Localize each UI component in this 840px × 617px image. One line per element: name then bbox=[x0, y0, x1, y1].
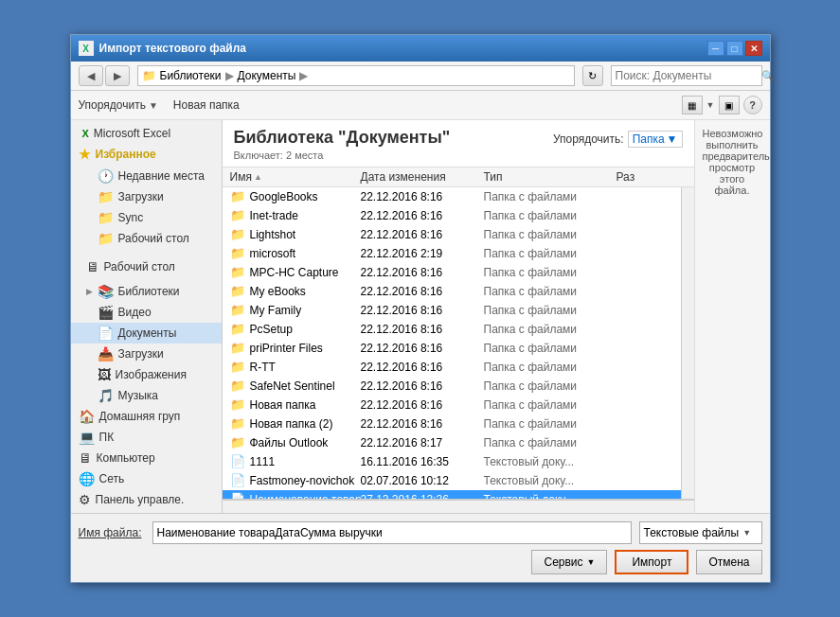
sidebar-item-pc[interactable]: 💻 ПК bbox=[71, 427, 222, 448]
sidebar-favorites-items: 🕐 Недавние места 📁 Загрузки 📁 Sync 📁 Раб… bbox=[71, 166, 222, 249]
sidebar-item-recent[interactable]: 🕐 Недавние места bbox=[79, 166, 222, 186]
folder-icon: 📁 bbox=[230, 246, 245, 260]
sidebar-downloads2-label: Загрузки bbox=[118, 347, 164, 361]
col-type-label: Тип bbox=[484, 170, 503, 184]
sidebar-item-controlpanel[interactable]: ⚙ Панель управле. bbox=[71, 489, 222, 510]
file-name: 📁 Новая папка bbox=[230, 397, 361, 412]
sidebar-item-excel[interactable]: X Microsoft Excel bbox=[71, 124, 222, 143]
filetype-dropdown[interactable]: Текстовые файлы ▼ bbox=[639, 521, 762, 544]
folder-icon: 📁 bbox=[230, 208, 245, 222]
table-row[interactable]: 📄 Fastmoney-novichok 02.07.2016 10:12 Те… bbox=[223, 471, 681, 490]
sidebar-documents-label: Документы bbox=[118, 326, 177, 340]
table-row[interactable]: 📁 Inet-trade 22.12.2016 8:16 Папка с фай… bbox=[223, 206, 681, 225]
sidebar-item-documents[interactable]: 📄 Документы bbox=[71, 323, 222, 344]
sidebar-item-sync[interactable]: 📁 Sync bbox=[79, 207, 222, 228]
sidebar-item-music[interactable]: 🎵 Музыка bbox=[71, 385, 222, 406]
sidebar-item-libraries[interactable]: ▶ 📚 Библиотеки bbox=[71, 281, 222, 302]
import-button[interactable]: Импорт bbox=[615, 550, 688, 574]
close-button[interactable]: ✕ bbox=[745, 41, 762, 56]
vertical-scrollbar[interactable] bbox=[681, 187, 694, 499]
table-row[interactable]: 📁 R-TT 22.12.2016 8:16 Папка с файлами bbox=[223, 358, 681, 377]
sidebar-item-downloads2[interactable]: 📥 Загрузки bbox=[71, 344, 222, 364]
table-row[interactable]: 📁 My eBooks 22.12.2016 8:16 Папка с файл… bbox=[223, 282, 681, 301]
file-name: 📁 R-TT bbox=[230, 360, 361, 374]
help-button[interactable]: ? bbox=[743, 96, 762, 115]
horizontal-scrollbar[interactable] bbox=[223, 500, 694, 513]
search-input[interactable] bbox=[616, 69, 758, 82]
col-size[interactable]: Раз bbox=[617, 170, 673, 184]
col-name[interactable]: Имя ▲ bbox=[230, 170, 361, 184]
file-date: 22.12.2016 8:17 bbox=[361, 436, 484, 450]
excel-icon: X bbox=[82, 128, 89, 139]
view-arrow-icon: ▼ bbox=[706, 100, 715, 110]
table-row[interactable]: 📄 1111 16.11.2016 16:35 Текстовый доку..… bbox=[223, 452, 681, 471]
file-list-container: 📁 GoogleBooks 22.12.2016 8:16 Папка с фа… bbox=[223, 187, 694, 499]
sidebar-item-images[interactable]: 🖼 Изображения bbox=[71, 364, 222, 385]
library-subtitle-text: Включает: 2 места bbox=[234, 150, 324, 161]
col-name-label: Имя bbox=[230, 170, 252, 184]
refresh-button[interactable]: ↻ bbox=[582, 65, 603, 86]
sidebar-item-homegroup[interactable]: 🏠 Домашняя груп bbox=[71, 406, 222, 427]
file-name: 📄 Fastmoney-novichok bbox=[230, 473, 361, 487]
sidebar-desktop-label: Рабочий стол bbox=[118, 232, 189, 245]
table-row[interactable]: 📁 MPC-HC Capture 22.12.2016 8:16 Папка с… bbox=[223, 263, 681, 282]
view-list-button[interactable]: ▦ bbox=[682, 96, 703, 115]
folder-icon: 📁 bbox=[230, 379, 245, 393]
sidebar-favorites-header[interactable]: ★ Избранное bbox=[71, 143, 222, 166]
sidebar-excel-label: Microsoft Excel bbox=[94, 127, 170, 140]
file-date: 22.12.2016 8:16 bbox=[361, 190, 484, 203]
file-type: Текстовый доку... bbox=[484, 474, 617, 487]
table-row[interactable]: 📁 Новая папка (2) 22.12.2016 8:16 Папка … bbox=[223, 414, 681, 433]
file-name: 📁 microsoft bbox=[230, 246, 361, 260]
table-row[interactable]: 📁 Новая папка 22.12.2016 8:16 Папка с фа… bbox=[223, 396, 681, 414]
maximize-button[interactable]: □ bbox=[726, 41, 743, 56]
toolbar: ◀ ▶ 📁 Библиотеки ▶ Документы ▶ ↻ 🔍 bbox=[71, 62, 770, 91]
file-date: 22.12.2016 8:16 bbox=[361, 228, 484, 241]
organize-arrow-icon: ▼ bbox=[149, 100, 158, 111]
col-type[interactable]: Тип bbox=[484, 170, 617, 184]
workdesk-icon: 🖥 bbox=[86, 259, 99, 274]
table-row[interactable]: 📁 microsoft 22.12.2016 2:19 Папка с файл… bbox=[223, 244, 681, 263]
table-row[interactable]: 📁 Lightshot 22.12.2016 8:16 Папка с файл… bbox=[223, 225, 681, 244]
sidebar-item-downloads[interactable]: 📁 Загрузки bbox=[79, 186, 222, 207]
organize-button[interactable]: Упорядочить ▼ bbox=[79, 98, 158, 112]
folder-icon: 📁 bbox=[230, 322, 245, 336]
file-panel: Библиотека "Документы" Упорядочить: Папк… bbox=[223, 120, 694, 513]
sidebar-item-desktop[interactable]: 📁 Рабочий стол bbox=[79, 228, 222, 249]
sidebar-item-workdesk[interactable]: 🖥 Рабочий стол bbox=[79, 256, 214, 277]
cancel-button[interactable]: Отмена bbox=[696, 550, 761, 574]
minimize-button[interactable]: ─ bbox=[707, 41, 724, 56]
table-row[interactable]: 📁 GoogleBooks 22.12.2016 8:16 Папка с фа… bbox=[223, 187, 681, 206]
table-row[interactable]: 📄 Наименование товараДатаСумма выру... 2… bbox=[223, 490, 681, 499]
file-icon: 📄 bbox=[230, 454, 245, 468]
main-content: X Microsoft Excel ★ Избранное 🕐 Недавние… bbox=[71, 120, 770, 513]
new-folder-button[interactable]: Новая папка bbox=[173, 98, 240, 112]
service-button[interactable]: Сервис ▼ bbox=[531, 550, 607, 574]
table-row[interactable]: 📁 Файлы Outlook 22.12.2016 8:17 Папка с … bbox=[223, 433, 681, 452]
sidebar-item-network[interactable]: 🌐 Сеть bbox=[71, 468, 222, 489]
filename-input[interactable] bbox=[152, 521, 632, 544]
arrange-value: Папка bbox=[633, 132, 665, 146]
file-date: 02.07.2016 10:12 bbox=[361, 474, 484, 487]
breadcrumb[interactable]: 📁 Библиотеки ▶ Документы ▶ bbox=[137, 65, 575, 86]
col-date[interactable]: Дата изменения bbox=[361, 170, 484, 184]
sidebar-homegroup-label: Домашняя груп bbox=[99, 410, 181, 423]
table-row[interactable]: 📁 PcSetup 22.12.2016 8:16 Папка с файлам… bbox=[223, 320, 681, 339]
table-row[interactable]: 📁 My Family 22.12.2016 8:16 Папка с файл… bbox=[223, 301, 681, 320]
dialog-title: Импорт текстового файла bbox=[99, 42, 246, 55]
arrange-dropdown[interactable]: Папка ▼ bbox=[628, 131, 683, 148]
file-name: 📁 priPrinter Files bbox=[230, 341, 361, 355]
breadcrumb-end-arrow: ▶ bbox=[299, 69, 308, 82]
view-details-button[interactable]: ▣ bbox=[719, 96, 740, 115]
file-list-header: Имя ▲ Дата изменения Тип Раз bbox=[223, 167, 694, 187]
view-controls: ▦ ▼ ▣ ? bbox=[682, 96, 762, 115]
folder-icon: 📁 bbox=[230, 435, 245, 450]
forward-button[interactable]: ▶ bbox=[105, 65, 130, 86]
table-row[interactable]: 📁 priPrinter Files 22.12.2016 8:16 Папка… bbox=[223, 339, 681, 358]
sidebar-item-video[interactable]: 🎬 Видео bbox=[71, 302, 222, 323]
folder-icon: 📁 bbox=[230, 397, 245, 412]
table-row[interactable]: 📁 SafeNet Sentinel 22.12.2016 8:16 Папка… bbox=[223, 377, 681, 396]
file-type: Папка с файлами bbox=[484, 398, 617, 412]
sidebar-item-computer[interactable]: 🖥 Компьютер bbox=[71, 448, 222, 468]
back-button[interactable]: ◀ bbox=[79, 65, 103, 86]
